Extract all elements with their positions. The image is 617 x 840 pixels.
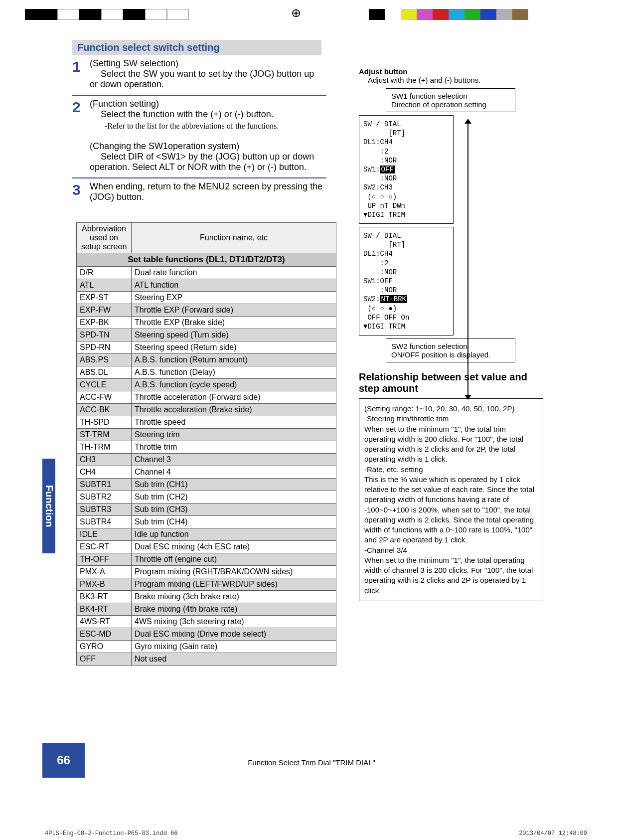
relationship-box: (Setting range: 1~10, 20, 30, 40, 50, 10… (359, 398, 543, 601)
section-heading: Function select switch setting (72, 40, 321, 55)
cell-name: Sub trim (CH1) (132, 479, 336, 491)
step-body: When ending, return to the MENU2 screen … (90, 181, 322, 202)
adjust-heading: Adjust button (359, 67, 543, 76)
cell-abbr: SPD-RN (77, 341, 132, 354)
table-row: PMX-AProgram mixing (RGHT/BRAK/DOWN side… (77, 566, 336, 578)
step-note: -Refer to the list for the abbreviations… (105, 122, 324, 131)
table-row: SUBTR4Sub trim (CH4) (77, 516, 336, 528)
cell-abbr: ACC-BK (77, 404, 132, 416)
cell-abbr: D/R (77, 267, 132, 279)
cell-abbr: SUBTR2 (77, 491, 132, 504)
rel-p4: -Rate, etc. setting (364, 465, 538, 475)
cell-name: 4WS mixing (3ch steering rate) (132, 616, 336, 628)
cell-name: Throttle EXP (Forward side) (132, 304, 336, 317)
rel-p7: When set to the minimum "1", the total o… (364, 555, 538, 596)
step-number: 1 (72, 58, 85, 75)
table-row: EXP-STSteering EXP (77, 292, 336, 304)
table-row: ACC-FWThrottle acceleration (Forward sid… (77, 391, 336, 404)
cell-name: Dual rate function (132, 267, 336, 279)
cell-abbr: EXP-BK (77, 317, 132, 329)
table-row: ACC-BKThrottle acceleration (Brake side) (77, 404, 336, 416)
sw1-line2: Direction of operation setting (391, 100, 510, 109)
cell-name: Channel 4 (132, 466, 336, 479)
table-col-name: Function name, etc (132, 223, 336, 253)
table-row: BK3-RTBrake mixing (3ch brake rate) (77, 591, 336, 603)
cell-name: Dual ESC mixing (4ch ESC rate) (132, 541, 336, 553)
cell-abbr: TH-SPD (77, 416, 132, 429)
table-row: IDLEIdle up function (77, 528, 336, 541)
cell-abbr: SPD-TN (77, 329, 132, 341)
cell-name: Throttle EXP (Brake side) (132, 317, 336, 329)
cell-name: Channel 3 (132, 454, 336, 466)
cell-abbr: ST-TRM (77, 429, 132, 441)
cell-abbr: ESC-MD (77, 628, 132, 641)
cell-name: ATL function (132, 279, 336, 292)
cell-abbr: OFF (77, 653, 132, 666)
sw2-line1: SW2 function selection (391, 342, 510, 350)
table-row: ABS.DLA.B.S. function (Delay) (77, 366, 336, 379)
cell-name: Brake mixing (3ch brake rate) (132, 591, 336, 603)
table-row: SUBTR3Sub trim (CH3) (77, 504, 336, 516)
table-row: EXP-FWThrottle EXP (Forward side) (77, 304, 336, 317)
imprint-right: 2013/04/07 12:48:09 (519, 830, 587, 837)
function-table-wrap: Set table functions (DL1, DT1/DT2/DT3) A… (76, 222, 336, 666)
table-row: ATLATL function (77, 279, 336, 292)
step-body: Select the function with the (+) or (-) … (101, 109, 274, 119)
table-row: OFFNot used (77, 653, 336, 666)
page-content: Function select switch setting 1 (Settin… (42, 40, 581, 778)
table-row: ESC-RTDual ESC mixing (4ch ESC rate) (77, 541, 336, 553)
table-row: CH3Channel 3 (77, 454, 336, 466)
table-row: PMX-BProgram mixing (LEFT/FWRD/UP sides) (77, 578, 336, 591)
step-body: Select the SW you want to set by the (JO… (90, 69, 314, 89)
cell-name: Throttle acceleration (Brake side) (132, 404, 336, 416)
step-subtitle: (Changing the SW1operation system) (90, 141, 239, 151)
registration-marks-top: ⊕ (0, 9, 617, 25)
cell-name: Gyro mixing (Gain rate) (132, 641, 336, 653)
cell-abbr: ACC-FW (77, 391, 132, 404)
sw1-caption-box: SW1 function selection Direction of oper… (386, 88, 515, 112)
cell-name: A.B.S. function (cycle speed) (132, 379, 336, 391)
cell-name: Throttle off (engine cut) (132, 553, 336, 566)
cell-name: Sub trim (CH4) (132, 516, 336, 528)
table-row: D/RDual rate function (77, 267, 336, 279)
cell-name: Brake mixing (4th brake rate) (132, 603, 336, 616)
cell-name: Steering speed (Turn side) (132, 329, 336, 341)
step-number: 2 (72, 99, 85, 116)
step-2: 2 (Function setting) Select the function… (72, 96, 326, 178)
sw2-caption-box: SW2 function selection ON/OFF position i… (386, 338, 515, 362)
table-row: CH4Channel 4 (77, 466, 336, 479)
table-row: BK4-RTBrake mixing (4th brake rate) (77, 603, 336, 616)
table-body: D/RDual rate functionATLATL functionEXP-… (77, 267, 336, 666)
sw1-line1: SW1 function selection (391, 92, 510, 100)
rel-p3: When set to the minimum "1", the total t… (364, 424, 538, 465)
table-row: ABS.PSA.B.S. function (Return amount) (77, 354, 336, 366)
cell-name: Sub trim (CH3) (132, 504, 336, 516)
step-1: 1 (Setting SW selection) Select the SW y… (72, 55, 326, 96)
table-row: ESC-MDDual ESC mixing (Drive mode select… (77, 628, 336, 641)
table-row: TH-TRMThrottle trim (77, 441, 336, 454)
cell-abbr: PMX-B (77, 578, 132, 591)
cell-name: Steering speed (Return side) (132, 341, 336, 354)
rel-p1: (Setting range: 1~10, 20, 30, 40, 50, 10… (364, 404, 538, 414)
table-row: SUBTR2Sub trim (CH2) (77, 491, 336, 504)
cell-name: Not used (132, 653, 336, 666)
cell-name: A.B.S. function (Return amount) (132, 354, 336, 366)
page-number: 66 (42, 743, 85, 778)
cell-abbr: BK3-RT (77, 591, 132, 603)
side-tab-label: Function (42, 459, 55, 553)
function-table: Set table functions (DL1, DT1/DT2/DT3) A… (76, 222, 336, 666)
cell-abbr: TH-OFF (77, 553, 132, 566)
cell-name: Steering EXP (132, 292, 336, 304)
cell-abbr: ATL (77, 279, 132, 292)
table-col-abbr: Abbreviation used on setup screen (77, 223, 132, 253)
cell-name: Sub trim (CH2) (132, 491, 336, 504)
right-column: Adjust button Adjust with the (+) and (-… (359, 67, 543, 601)
cell-name: Idle up function (132, 528, 336, 541)
cell-abbr: 4WS-RT (77, 616, 132, 628)
table-row: ST-TRMSteering trim (77, 429, 336, 441)
cell-abbr: EXP-ST (77, 292, 132, 304)
step-title: (Function setting) (90, 99, 159, 109)
steps-list: 1 (Setting SW selection) Select the SW y… (72, 55, 326, 207)
cell-abbr: PMX-A (77, 566, 132, 578)
cell-abbr: IDLE (77, 528, 132, 541)
